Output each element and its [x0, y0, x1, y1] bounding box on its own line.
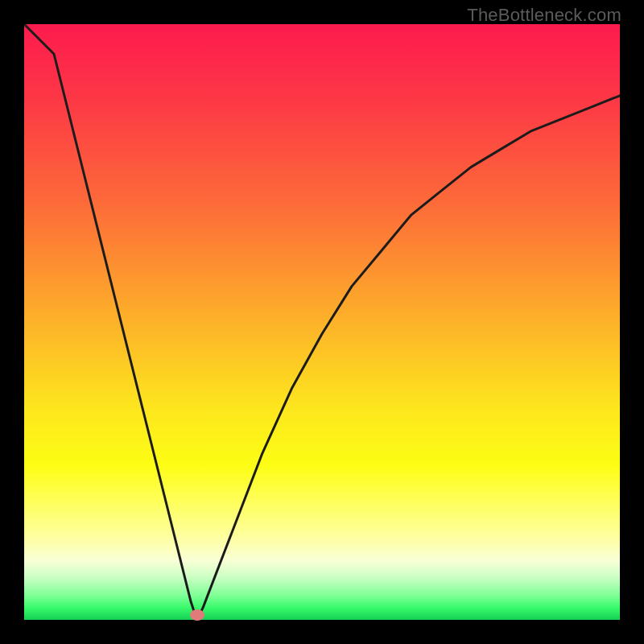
bottleneck-curve [24, 24, 620, 620]
chart-frame: TheBottleneck.com [0, 0, 644, 644]
minimum-marker [190, 609, 204, 621]
watermark-text: TheBottleneck.com [467, 5, 621, 26]
plot-area [24, 24, 620, 620]
